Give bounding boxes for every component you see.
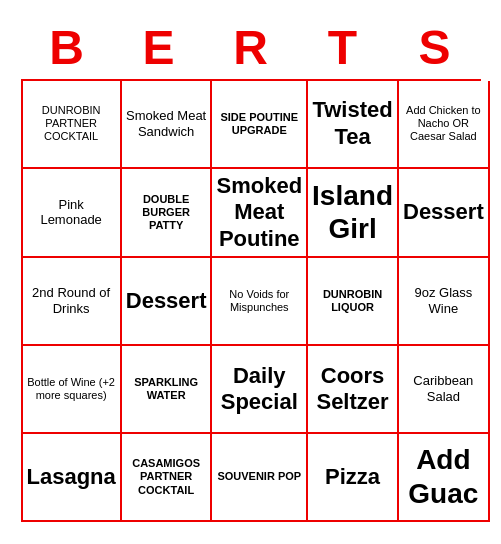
bingo-cell[interactable]: Island Girl	[308, 169, 399, 258]
bingo-cell[interactable]: Smoked Meat Poutine	[212, 169, 308, 258]
bingo-grid: DUNROBIN PARTNER COCKTAILSmoked Meat San…	[21, 79, 481, 522]
cell-text: Caribbean Salad	[403, 373, 484, 404]
bingo-cell[interactable]: DUNROBIN LIQUOR	[308, 258, 399, 346]
cell-text: Add Guac	[403, 443, 484, 510]
bingo-cell[interactable]: Twisted Tea	[308, 81, 399, 169]
cell-text: SOUVENIR POp	[217, 470, 301, 483]
header-letter: B	[23, 22, 111, 75]
header-letter: T	[299, 22, 387, 75]
bingo-cell[interactable]: 2nd Round of Drinks	[23, 258, 122, 346]
bingo-cell[interactable]: 9oz Glass Wine	[399, 258, 490, 346]
bingo-cell[interactable]: SPARKLING WATER	[122, 346, 213, 434]
cell-text: Coors Seltzer	[312, 363, 393, 416]
cell-text: No Voids for Mispunches	[216, 288, 302, 314]
cell-text: Twisted Tea	[312, 97, 393, 150]
bingo-cell[interactable]: Add Chicken to Nacho OR Caesar Salad	[399, 81, 490, 169]
bingo-cell[interactable]: Lasagna	[23, 434, 122, 522]
cell-text: DOUBLE BURGER PATTY	[126, 193, 207, 233]
cell-text: Lasagna	[27, 464, 116, 490]
cell-text: 9oz Glass Wine	[403, 285, 484, 316]
cell-text: SPARKLING WATER	[126, 376, 207, 402]
bingo-cell[interactable]: Pizza	[308, 434, 399, 522]
cell-text: Smoked Meat Sandwich	[126, 108, 207, 139]
header-letter: E	[115, 22, 203, 75]
bingo-cell[interactable]: Coors Seltzer	[308, 346, 399, 434]
bingo-cell[interactable]: No Voids for Mispunches	[212, 258, 308, 346]
bingo-card: BERTS DUNROBIN PARTNER COCKTAILSmoked Me…	[11, 12, 491, 532]
bingo-cell[interactable]: DOUBLE BURGER PATTY	[122, 169, 213, 258]
cell-text: Pizza	[325, 464, 380, 490]
cell-text: DUNROBIN PARTNER COCKTAIL	[27, 104, 116, 144]
bingo-cell[interactable]: Smoked Meat Sandwich	[122, 81, 213, 169]
cell-text: SIDE POUTINE UPGRADE	[216, 111, 302, 137]
bingo-cell[interactable]: DUNROBIN PARTNER COCKTAIL	[23, 81, 122, 169]
cell-text: Daily Special	[216, 363, 302, 416]
bingo-cell[interactable]: SIDE POUTINE UPGRADE	[212, 81, 308, 169]
bingo-cell[interactable]: Bottle of Wine (+2 more squares)	[23, 346, 122, 434]
cell-text: Add Chicken to Nacho OR Caesar Salad	[403, 104, 484, 144]
bingo-cell[interactable]: Caribbean Salad	[399, 346, 490, 434]
cell-text: Pink Lemonade	[27, 197, 116, 228]
bingo-cell[interactable]: SOUVENIR POp	[212, 434, 308, 522]
bingo-cell[interactable]: Dessert	[399, 169, 490, 258]
cell-text: Bottle of Wine (+2 more squares)	[27, 376, 116, 402]
bingo-cell[interactable]: Dessert	[122, 258, 213, 346]
bingo-cell[interactable]: Add Guac	[399, 434, 490, 522]
bingo-cell[interactable]: CASAMIGOS PARTNER COCKTAIL	[122, 434, 213, 522]
cell-text: 2nd Round of Drinks	[27, 285, 116, 316]
cell-text: Smoked Meat Poutine	[216, 173, 302, 252]
header-letter: R	[207, 22, 295, 75]
cell-text: Dessert	[126, 288, 207, 314]
header-letter: S	[391, 22, 479, 75]
bingo-cell[interactable]: Daily Special	[212, 346, 308, 434]
bingo-cell[interactable]: Pink Lemonade	[23, 169, 122, 258]
cell-text: Dessert	[403, 199, 484, 225]
cell-text: CASAMIGOS PARTNER COCKTAIL	[126, 457, 207, 497]
bingo-header: BERTS	[21, 22, 481, 75]
cell-text: DUNROBIN LIQUOR	[312, 288, 393, 314]
cell-text: Island Girl	[312, 179, 393, 246]
